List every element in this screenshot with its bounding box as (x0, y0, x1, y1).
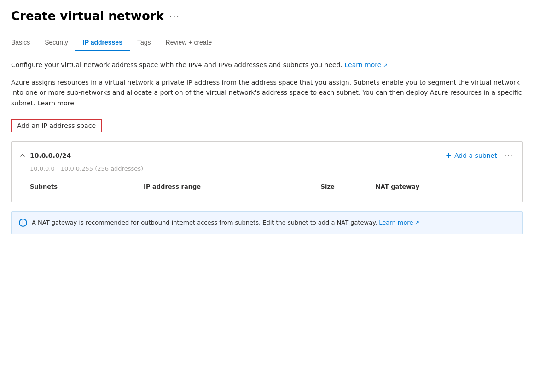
learn-more-link-1[interactable]: Learn more (345, 61, 388, 69)
chevron-up-icon[interactable] (19, 152, 26, 159)
tab-review-create[interactable]: Review + create (158, 34, 220, 51)
tab-security[interactable]: Security (37, 34, 75, 51)
page-title: Create virtual network (11, 9, 164, 23)
subnet-table: Subnets IP address range Size NAT gatewa… (19, 179, 515, 194)
ip-space-cidr: 10.0.0.0/24 (30, 152, 71, 159)
description-1: Configure your virtual network address s… (11, 60, 523, 70)
col-nat-gateway: NAT gateway (376, 179, 515, 194)
info-banner-text: A NAT gateway is recommended for outboun… (32, 218, 419, 227)
col-subnets: Subnets (19, 179, 144, 194)
page-header: Create virtual network ··· (11, 9, 523, 23)
tab-ip-addresses[interactable]: IP addresses (75, 34, 130, 51)
header-more-icon[interactable]: ··· (169, 12, 180, 21)
ip-space-header: 10.0.0.0/24 + Add a subnet ··· (19, 149, 515, 161)
ip-space-actions: + Add a subnet ··· (446, 149, 515, 161)
ip-space-title-row: 10.0.0.0/24 (19, 152, 71, 159)
add-ip-address-space-button[interactable]: Add an IP address space (11, 119, 102, 132)
tab-bar: Basics Security IP addresses Tags Review… (11, 34, 523, 51)
add-subnet-label: Add a subnet (454, 152, 497, 159)
ip-space-more-options-button[interactable]: ··· (503, 150, 515, 161)
add-subnet-button[interactable]: + Add a subnet (446, 149, 497, 161)
info-banner-learn-more-link[interactable]: Learn more (379, 219, 419, 226)
info-icon: i (19, 219, 27, 227)
tab-tags[interactable]: Tags (130, 34, 158, 51)
info-banner: i A NAT gateway is recommended for outbo… (11, 211, 523, 234)
ip-space-card: 10.0.0.0/24 + Add a subnet ··· 10.0.0.0 … (11, 141, 523, 202)
learn-more-link-2[interactable]: Learn more (37, 99, 74, 107)
col-ip-address-range: IP address range (144, 179, 320, 194)
description-2: Azure assigns resources in a virtual net… (11, 77, 523, 108)
col-size: Size (321, 179, 376, 194)
ip-range-text: 10.0.0.0 - 10.0.0.255 (256 addresses) (19, 165, 515, 172)
tab-basics[interactable]: Basics (11, 34, 37, 51)
plus-icon: + (446, 151, 452, 160)
